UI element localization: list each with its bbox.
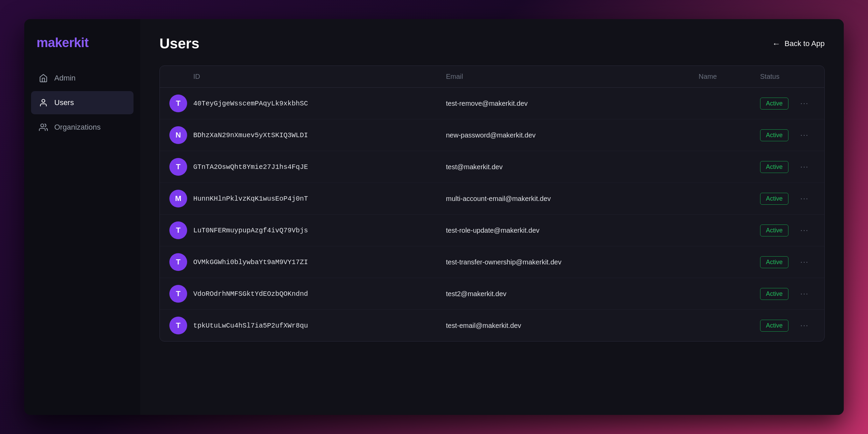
col-name: Name xyxy=(699,73,760,81)
sidebar-nav: Admin Users xyxy=(31,67,134,140)
cell-email: test-remove@makerkit.dev xyxy=(446,100,699,107)
avatar: T xyxy=(169,221,193,239)
svg-point-0 xyxy=(42,99,45,102)
status-badge: Active xyxy=(760,98,788,110)
avatar: T xyxy=(169,158,193,176)
org-icon xyxy=(38,122,49,133)
cell-status: Active xyxy=(760,320,794,332)
table-row[interactable]: T GTnTA2OswQht8Ymie27J1hs4FqJE test@make… xyxy=(160,151,824,183)
more-actions-button[interactable]: ··· xyxy=(794,226,815,235)
table-row[interactable]: M HunnKHlnPklvzKqK1wusEoP4j0nT multi-acc… xyxy=(160,183,824,215)
more-actions-button[interactable]: ··· xyxy=(794,194,815,203)
avatar: T xyxy=(169,317,193,334)
more-actions-button[interactable]: ··· xyxy=(794,289,815,298)
col-id: ID xyxy=(193,73,446,81)
avatar: N xyxy=(169,126,193,144)
more-actions-button[interactable]: ··· xyxy=(794,321,815,330)
sidebar-item-organizations-label: Organizations xyxy=(54,123,101,132)
cell-id: 40TeyGjgeWsscemPAqyLk9xkbhSC xyxy=(193,100,446,107)
cell-id: VdoROdrhNMFSGktYdEOzbQOKndnd xyxy=(193,290,446,298)
status-badge: Active xyxy=(760,193,788,205)
sidebar-item-organizations[interactable]: Organizations xyxy=(31,116,134,139)
cell-status: Active xyxy=(760,225,794,236)
col-avatar xyxy=(169,73,193,81)
cell-email: test2@makerkit.dev xyxy=(446,290,699,298)
users-table: ID Email Name Status T 40TeyGjgeWsscemPA… xyxy=(159,66,825,342)
avatar: T xyxy=(169,285,193,303)
status-badge: Active xyxy=(760,225,788,236)
table-row[interactable]: T LuT0NFERmuypupAzgf4ivQ79Vbjs test-role… xyxy=(160,215,824,246)
home-icon xyxy=(38,73,49,84)
avatar: M xyxy=(169,190,193,207)
main-content: Users ← Back to App ID Email Name Status… xyxy=(140,19,844,415)
back-to-app-button[interactable]: ← Back to App xyxy=(772,39,825,48)
more-actions-button[interactable]: ··· xyxy=(794,162,815,171)
cell-status: Active xyxy=(760,129,794,141)
status-badge: Active xyxy=(760,161,788,173)
cell-email: test-email@makerkit.dev xyxy=(446,322,699,330)
cell-email: test-role-update@makerkit.dev xyxy=(446,227,699,234)
cell-email: new-password@makerkit.dev xyxy=(446,131,699,139)
back-to-app-label: Back to App xyxy=(785,39,825,48)
col-email: Email xyxy=(446,73,699,81)
col-status: Status xyxy=(760,73,794,81)
cell-status: Active xyxy=(760,161,794,173)
table-header: ID Email Name Status xyxy=(160,66,824,88)
avatar: T xyxy=(169,95,193,112)
cell-status: Active xyxy=(760,288,794,300)
top-bar: Users ← Back to App xyxy=(159,35,825,52)
cell-status: Active xyxy=(760,256,794,268)
sidebar-item-admin[interactable]: Admin xyxy=(31,67,134,90)
back-arrow-icon: ← xyxy=(772,39,781,48)
app-window: makerkit Admin Users xyxy=(24,19,844,415)
table-row[interactable]: T VdoROdrhNMFSGktYdEOzbQOKndnd test2@mak… xyxy=(160,278,824,310)
cell-email: test-transfer-ownership@makerkit.dev xyxy=(446,258,699,266)
status-badge: Active xyxy=(760,129,788,141)
more-actions-button[interactable]: ··· xyxy=(794,258,815,266)
cell-id: tpkUtuLwCu4hSl7ia5P2ufXWr8qu xyxy=(193,322,446,330)
cell-status: Active xyxy=(760,193,794,205)
table-row[interactable]: T OVMkGGWhi0blywbaYt9aM9VY17ZI test-tran… xyxy=(160,246,824,278)
logo: makerkit xyxy=(31,35,134,67)
cell-id: BDhzXaN29nXmuev5yXtSKIQ3WLDI xyxy=(193,131,446,139)
user-icon xyxy=(38,97,49,108)
status-badge: Active xyxy=(760,288,788,300)
table-row[interactable]: N BDhzXaN29nXmuev5yXtSKIQ3WLDI new-passw… xyxy=(160,119,824,151)
cell-status: Active xyxy=(760,98,794,110)
avatar: T xyxy=(169,253,193,271)
sidebar-item-admin-label: Admin xyxy=(54,74,75,83)
cell-email: test@makerkit.dev xyxy=(446,163,699,171)
cell-id: HunnKHlnPklvzKqK1wusEoP4j0nT xyxy=(193,195,446,203)
table-rows: T 40TeyGjgeWsscemPAqyLk9xkbhSC test-remo… xyxy=(160,88,824,341)
more-actions-button[interactable]: ··· xyxy=(794,131,815,140)
cell-id: LuT0NFERmuypupAzgf4ivQ79Vbjs xyxy=(193,227,446,234)
table-row[interactable]: T 40TeyGjgeWsscemPAqyLk9xkbhSC test-remo… xyxy=(160,88,824,119)
cell-email: multi-account-email@makerkit.dev xyxy=(446,195,699,203)
cell-id: GTnTA2OswQht8Ymie27J1hs4FqJE xyxy=(193,163,446,171)
cell-id: OVMkGGWhi0blywbaYt9aM9VY17ZI xyxy=(193,258,446,266)
more-actions-button[interactable]: ··· xyxy=(794,99,815,108)
table-row[interactable]: T tpkUtuLwCu4hSl7ia5P2ufXWr8qu test-emai… xyxy=(160,310,824,341)
status-badge: Active xyxy=(760,320,788,332)
col-actions xyxy=(794,73,815,81)
page-title: Users xyxy=(159,35,199,52)
sidebar-item-users-label: Users xyxy=(54,98,74,107)
svg-point-1 xyxy=(41,124,44,127)
sidebar: makerkit Admin Users xyxy=(24,19,140,415)
sidebar-item-users[interactable]: Users xyxy=(31,91,134,114)
status-badge: Active xyxy=(760,256,788,268)
